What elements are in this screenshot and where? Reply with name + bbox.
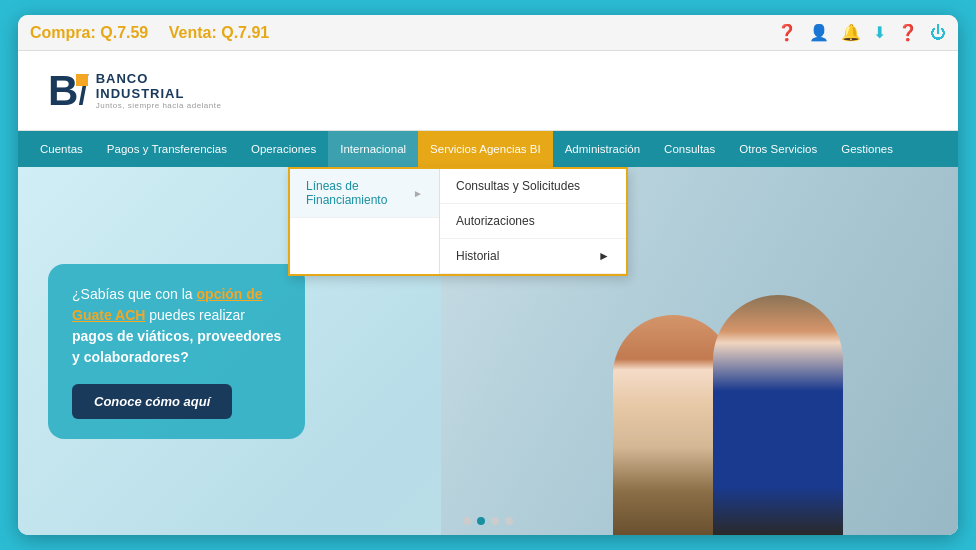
dropdown-left-panel: Líneas de Financiamiento ► [290, 169, 440, 274]
dropdown-menu: Líneas de Financiamiento ► Consultas y S… [288, 167, 628, 276]
dot-4[interactable] [505, 517, 513, 525]
dropdown-autorizaciones[interactable]: Autorizaciones [440, 204, 626, 239]
dropdown-consultas-solicitudes[interactable]: Consultas y Solicitudes [440, 169, 626, 204]
logo-square [76, 74, 88, 86]
hero-bubble: ¿Sabías que con la opción de Guate ACH p… [48, 264, 305, 439]
nav-internacional[interactable]: Internacional [328, 131, 418, 167]
dropdown-historial-label: Historial [456, 249, 499, 263]
nav-cuentas[interactable]: Cuentas [28, 131, 95, 167]
top-icons-bar: ❓ 👤 🔔 ⬇ ❓ ⏻ [777, 23, 946, 42]
browser-window: Compra: Q.7.59 Venta: Q.7.91 ❓ 👤 🔔 ⬇ ❓ ⏻… [18, 15, 958, 535]
dropdown-row: Líneas de Financiamiento ► Consultas y S… [290, 169, 626, 274]
logo: B i BANCO INDUSTRIAL Juntos, siempre hac… [48, 70, 221, 112]
download-icon[interactable]: ⬇ [873, 23, 886, 42]
dot-1[interactable] [463, 517, 471, 525]
nav-otros-servicios[interactable]: Otros Servicios [727, 131, 829, 167]
hero-text-part1: ¿Sabías que con la [72, 286, 197, 302]
nav-bar: Cuentas Pagos y Transferencias Operacion… [18, 131, 958, 167]
hero-dots [463, 517, 513, 525]
nav-servicios-agencias[interactable]: Servicios Agencias BI [418, 131, 553, 167]
chevron-right-icon: ► [413, 188, 423, 199]
hero-people [538, 275, 918, 535]
hero-text-part2: puedes realizar [149, 307, 245, 323]
industrial-text: INDUSTRIAL [96, 86, 222, 101]
nav-administracion[interactable]: Administración [553, 131, 652, 167]
dropdown-lineas-financiamiento[interactable]: Líneas de Financiamiento ► [290, 169, 439, 218]
help-icon[interactable]: ❓ [898, 23, 918, 42]
dot-3[interactable] [491, 517, 499, 525]
user-icon[interactable]: 👤 [809, 23, 829, 42]
compra-label: Compra: [30, 24, 96, 41]
dot-2[interactable] [477, 517, 485, 525]
dropdown-box: Líneas de Financiamiento ► Consultas y S… [288, 167, 628, 276]
logo-b: B [48, 70, 78, 112]
chevron-right-icon-historial: ► [598, 249, 610, 263]
exchange-rates: Compra: Q.7.59 Venta: Q.7.91 [30, 24, 269, 42]
dropdown-right-panel: Consultas y Solicitudes Autorizaciones H… [440, 169, 626, 274]
compra-value: Q.7.59 [100, 24, 148, 41]
notifications-icon[interactable]: 🔔 [841, 23, 861, 42]
bi-logo-mark: B i [48, 70, 88, 112]
nav-operaciones[interactable]: Operaciones [239, 131, 328, 167]
nav-gestiones[interactable]: Gestiones [829, 131, 905, 167]
tagline-text: Juntos, siempre hacia adelante [96, 101, 222, 110]
logo-text-block: BANCO INDUSTRIAL Juntos, siempre hacia a… [96, 71, 222, 110]
hero-cta-button[interactable]: Conoce cómo aquí [72, 384, 232, 419]
hero-highlight: opción de [197, 286, 263, 302]
top-bar: Compra: Q.7.59 Venta: Q.7.91 ❓ 👤 🔔 ⬇ ❓ ⏻ [18, 15, 958, 51]
hero-bold-text: pagos de viáticos, proveedoresy colabora… [72, 328, 281, 365]
banco-text: BANCO [96, 71, 222, 86]
nav-consultas[interactable]: Consultas [652, 131, 727, 167]
dropdown-item-label: Líneas de Financiamiento [306, 179, 413, 207]
hero-text: ¿Sabías que con la opción de Guate ACH p… [72, 284, 281, 368]
nav-pagos[interactable]: Pagos y Transferencias [95, 131, 239, 167]
venta-value: Q.7.91 [221, 24, 269, 41]
person-man [713, 295, 843, 535]
question-circle-icon[interactable]: ❓ [777, 23, 797, 42]
hero-brand: Guate ACH [72, 307, 145, 323]
venta-label: Venta: [169, 24, 217, 41]
dropdown-historial[interactable]: Historial ► [440, 239, 626, 274]
power-icon[interactable]: ⏻ [930, 24, 946, 42]
header: B i BANCO INDUSTRIAL Juntos, siempre hac… [18, 51, 958, 131]
